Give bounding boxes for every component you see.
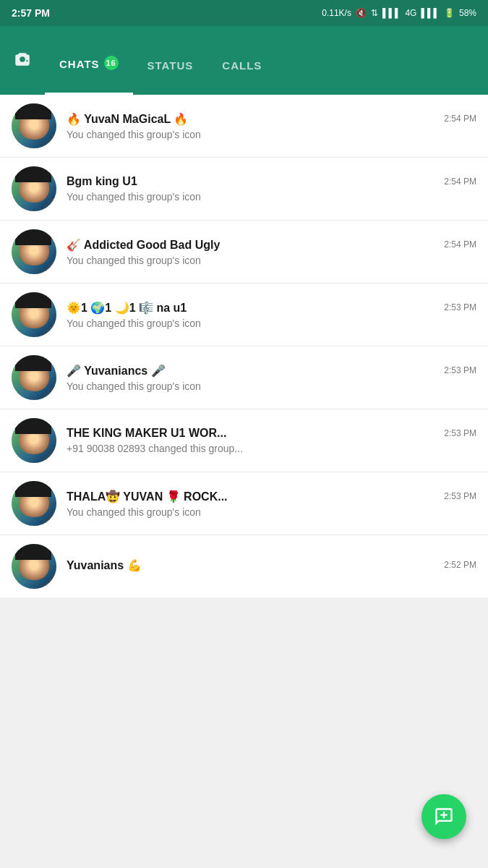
chat-list: 🔥 YuvaN MaGicaL 🔥 2:54 PM You changed th…	[0, 95, 488, 597]
chat-preview: You changed this group's icon	[67, 506, 476, 518]
chat-time: 2:52 PM	[444, 560, 476, 570]
chat-content: Yuvanians 💪 2:52 PM	[67, 558, 476, 575]
tab-status-label: STATUS	[147, 59, 194, 72]
tab-chats[interactable]: CHATS 16	[45, 26, 133, 95]
chat-content: 🔥 YuvaN MaGicaL 🔥 2:54 PM You changed th…	[67, 112, 476, 140]
camera-icon	[13, 50, 32, 69]
chat-time: 2:53 PM	[444, 491, 476, 501]
signal-icon: ▌▌▌	[382, 8, 401, 18]
tab-calls-label: CALLS	[222, 59, 262, 72]
chat-time: 2:53 PM	[444, 428, 476, 438]
chat-header-row: Yuvanians 💪 2:52 PM	[67, 558, 476, 572]
chat-item[interactable]: 🎤 Yuvaniancs 🎤 2:53 PM You changed this …	[0, 346, 488, 409]
status-time: 2:57 PM	[12, 7, 50, 19]
chat-item[interactable]: THE KING MAKER U1 WOR... 2:53 PM +91 900…	[0, 409, 488, 472]
battery-icon: 🔋	[444, 8, 455, 18]
chat-header-row: 🎤 Yuvaniancs 🎤 2:53 PM	[67, 364, 476, 378]
battery-percent: 58%	[459, 8, 476, 18]
chat-content: THE KING MAKER U1 WOR... 2:53 PM +91 900…	[67, 427, 476, 454]
avatar	[12, 229, 56, 274]
signal-icon-2: ▌▌▌	[421, 8, 440, 18]
avatar	[12, 418, 56, 463]
chat-name: 🎸 Addicted Good Bad Ugly	[67, 238, 220, 252]
avatar	[12, 166, 56, 211]
chat-name: THALA🤠 YUVAN 🌹 ROCK...	[67, 490, 228, 503]
chat-content: 🌞1 🌍1 🌙1 🎼 na u1 2:53 PM You changed thi…	[67, 301, 476, 329]
chat-time: 2:54 PM	[444, 114, 476, 124]
chat-name: 🔥 YuvaN MaGicaL 🔥	[67, 112, 188, 126]
chat-content: 🎸 Addicted Good Bad Ugly 2:54 PM You cha…	[67, 238, 476, 266]
avatar	[12, 292, 56, 337]
mute-icon: 🔇	[356, 8, 367, 18]
chat-name: Yuvanians 💪	[67, 558, 142, 572]
status-icons: 0.11K/s 🔇 ⇅ ▌▌▌ 4G ▌▌▌ 🔋 58%	[322, 8, 476, 18]
tab-status[interactable]: STATUS	[133, 26, 208, 95]
chat-item[interactable]: 🎸 Addicted Good Bad Ugly 2:54 PM You cha…	[0, 221, 488, 284]
avatar	[12, 544, 56, 589]
chats-badge: 16	[104, 56, 119, 70]
camera-button[interactable]	[13, 50, 32, 72]
chat-name: Bgm king U1	[67, 175, 137, 188]
chat-header-row: 🎸 Addicted Good Bad Ugly 2:54 PM	[67, 238, 476, 252]
chat-item[interactable]: Bgm king U1 2:54 PM You changed this gro…	[0, 158, 488, 221]
app-header: CHATS 16 STATUS CALLS	[0, 26, 488, 95]
chat-time: 2:54 PM	[444, 239, 476, 250]
chat-item[interactable]: THALA🤠 YUVAN 🌹 ROCK... 2:53 PM You chang…	[0, 472, 488, 535]
chat-content: THALA🤠 YUVAN 🌹 ROCK... 2:53 PM You chang…	[67, 490, 476, 518]
new-chat-fab[interactable]	[421, 794, 466, 839]
chat-header-row: 🌞1 🌍1 🌙1 🎼 na u1 2:53 PM	[67, 301, 476, 315]
chat-item[interactable]: 🌞1 🌍1 🌙1 🎼 na u1 2:53 PM You changed thi…	[0, 284, 488, 346]
chat-name: 🎤 Yuvaniancs 🎤	[67, 364, 166, 378]
tab-calls[interactable]: CALLS	[207, 26, 276, 95]
avatar	[12, 355, 56, 400]
avatar	[12, 103, 56, 148]
chat-name: 🌞1 🌍1 🌙1 🎼 na u1	[67, 301, 187, 315]
sync-icon: ⇅	[371, 8, 378, 18]
new-chat-icon	[434, 807, 454, 827]
chat-header-row: Bgm king U1 2:54 PM	[67, 175, 476, 188]
chat-time: 2:54 PM	[444, 176, 476, 187]
chat-header-row: 🔥 YuvaN MaGicaL 🔥 2:54 PM	[67, 112, 476, 126]
chat-preview: +91 90038 02893 changed this group...	[67, 443, 476, 454]
header-tabs: CHATS 16 STATUS CALLS	[45, 26, 475, 95]
tab-chats-label: CHATS	[59, 58, 100, 70]
chat-time: 2:53 PM	[444, 302, 476, 312]
chat-preview: You changed this group's icon	[67, 191, 476, 203]
chat-item[interactable]: Yuvanians 💪 2:52 PM	[0, 535, 488, 597]
chat-content: 🎤 Yuvaniancs 🎤 2:53 PM You changed this …	[67, 364, 476, 392]
status-bar: 2:57 PM 0.11K/s 🔇 ⇅ ▌▌▌ 4G ▌▌▌ 🔋 58%	[0, 0, 488, 26]
chat-preview: You changed this group's icon	[67, 380, 476, 392]
chat-preview: You changed this group's icon	[67, 318, 476, 329]
network-type: 4G	[405, 8, 416, 18]
avatar	[12, 481, 56, 526]
network-speed: 0.11K/s	[322, 8, 351, 18]
chat-content: Bgm king U1 2:54 PM You changed this gro…	[67, 175, 476, 203]
chat-preview: You changed this group's icon	[67, 255, 476, 266]
chat-time: 2:53 PM	[444, 365, 476, 375]
chat-header-row: THE KING MAKER U1 WOR... 2:53 PM	[67, 427, 476, 440]
chat-item[interactable]: 🔥 YuvaN MaGicaL 🔥 2:54 PM You changed th…	[0, 95, 488, 158]
chat-header-row: THALA🤠 YUVAN 🌹 ROCK... 2:53 PM	[67, 490, 476, 503]
chat-preview: You changed this group's icon	[67, 129, 476, 140]
chat-name: THE KING MAKER U1 WOR...	[67, 427, 226, 440]
